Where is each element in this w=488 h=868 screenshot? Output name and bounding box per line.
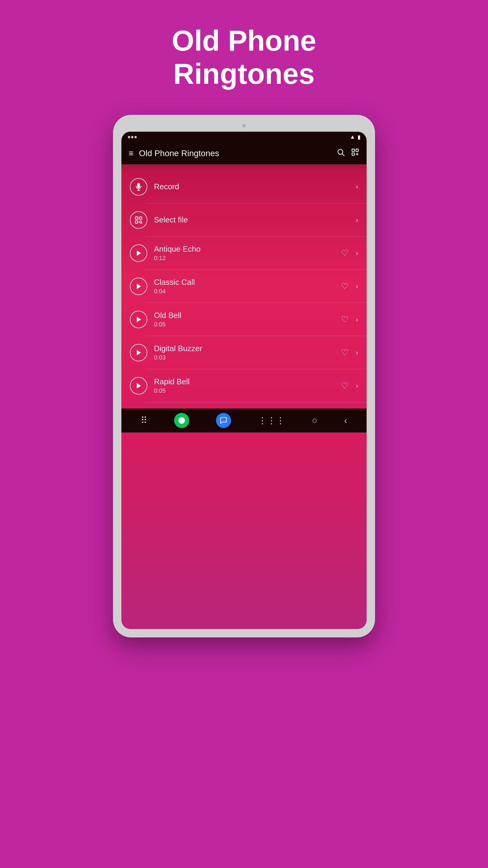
status-time: ●●● [127, 134, 137, 140]
list-item-record[interactable]: Record › [121, 170, 367, 204]
nav-home-button[interactable] [174, 413, 189, 428]
app-bar: ≡ Old Phone Ringtones [121, 143, 367, 164]
svg-rect-4 [352, 153, 355, 156]
classic-call-actions: ♡ › [341, 281, 358, 291]
rapid-bell-actions: ♡ › [341, 381, 358, 391]
svg-marker-11 [137, 250, 141, 256]
svg-rect-9 [135, 221, 138, 223]
old-bell-duration: 0:05 [154, 321, 341, 328]
antique-echo-icon-circle [130, 244, 147, 262]
classic-call-text: Classic Call 0:04 [154, 278, 341, 295]
antique-echo-actions: ♡ › [341, 248, 358, 258]
digital-buzzer-duration: 0:03 [154, 354, 341, 361]
old-bell-title: Old Bell [154, 311, 341, 320]
list-item-antique-echo[interactable]: Antique Echo 0:12 ♡ › [121, 237, 367, 270]
old-bell-text: Old Bell 0:05 [154, 311, 341, 328]
device-camera [242, 124, 246, 127]
classic-call-duration: 0:04 [154, 288, 341, 295]
digital-buzzer-heart[interactable]: ♡ [341, 347, 349, 358]
svg-rect-2 [352, 149, 355, 152]
classic-call-title: Classic Call [154, 278, 341, 287]
list-item-rapid-bell[interactable]: Rapid Bell 0:05 ♡ › [121, 369, 367, 402]
svg-rect-7 [135, 217, 138, 219]
share-icon[interactable] [351, 148, 359, 158]
select-file-icon-circle [130, 211, 147, 229]
record-icon-circle [130, 178, 147, 195]
device-screen: ●●● ▲ ▮ ≡ Old Phone Ringtones [121, 132, 367, 629]
svg-line-1 [342, 154, 344, 156]
old-bell-chevron[interactable]: › [356, 315, 358, 324]
antique-echo-chevron[interactable]: › [356, 249, 358, 257]
digital-buzzer-chevron[interactable]: › [356, 348, 358, 357]
nav-message-button[interactable] [216, 413, 231, 428]
select-file-chevron[interactable]: › [356, 216, 358, 224]
select-file-text: Select file [154, 215, 356, 224]
record-actions: › [356, 183, 358, 191]
digital-buzzer-title: Digital Buzzer [154, 344, 341, 353]
battery-icon: ▮ [358, 134, 361, 141]
digital-buzzer-text: Digital Buzzer 0:03 [154, 344, 341, 361]
svg-line-10 [141, 223, 142, 224]
classic-call-heart[interactable]: ♡ [341, 281, 349, 291]
svg-marker-12 [137, 284, 141, 289]
record-title: Record [154, 182, 356, 191]
wifi-icon: ▲ [350, 134, 355, 140]
antique-echo-duration: 0:12 [154, 255, 341, 261]
old-bell-icon-circle [130, 311, 147, 328]
select-file-actions: › [356, 216, 358, 224]
list-item-select-file[interactable]: Select file › [121, 204, 367, 237]
status-bar: ●●● ▲ ▮ [121, 132, 367, 143]
record-chevron[interactable]: › [356, 183, 358, 191]
nav-back-icon[interactable]: ‹ [344, 415, 347, 426]
bottom-nav: ⠿ ⋮⋮⋮ ○ ‹ [121, 408, 367, 433]
rapid-bell-icon-circle [130, 377, 147, 395]
rapid-bell-duration: 0:05 [154, 387, 341, 394]
menu-icon[interactable]: ≡ [129, 149, 133, 158]
record-text: Record [154, 182, 356, 191]
svg-marker-13 [137, 317, 141, 322]
list-item-old-bell[interactable]: Old Bell 0:05 ♡ › [121, 303, 367, 336]
classic-call-icon-circle [130, 278, 147, 295]
page-title: Old Phone Ringtones [138, 24, 350, 91]
antique-echo-heart[interactable]: ♡ [341, 248, 349, 258]
ringtone-list: Record › Select f [121, 164, 367, 408]
list-item-classic-call[interactable]: Classic Call 0:04 ♡ › [121, 270, 367, 303]
antique-echo-text: Antique Echo 0:12 [154, 244, 341, 261]
old-bell-actions: ♡ › [341, 314, 358, 324]
rapid-bell-heart[interactable]: ♡ [341, 381, 349, 391]
select-file-title: Select file [154, 215, 356, 224]
rapid-bell-text: Rapid Bell 0:05 [154, 377, 341, 394]
device-frame: ●●● ▲ ▮ ≡ Old Phone Ringtones [113, 115, 375, 638]
antique-echo-title: Antique Echo [154, 244, 341, 254]
svg-point-16 [178, 417, 185, 424]
nav-menu-icon[interactable]: ⋮⋮⋮ [258, 415, 285, 426]
svg-rect-3 [356, 149, 358, 152]
digital-buzzer-icon-circle [130, 344, 147, 361]
search-icon[interactable] [336, 148, 345, 158]
svg-marker-14 [137, 350, 141, 355]
digital-buzzer-actions: ♡ › [341, 347, 358, 358]
svg-marker-15 [137, 383, 141, 389]
rapid-bell-chevron[interactable]: › [356, 381, 358, 390]
classic-call-chevron[interactable]: › [356, 282, 358, 290]
app-bar-left: ≡ Old Phone Ringtones [129, 149, 219, 158]
app-bar-title: Old Phone Ringtones [139, 149, 219, 158]
old-bell-heart[interactable]: ♡ [341, 314, 349, 324]
app-bar-right [336, 148, 359, 158]
nav-grid-icon[interactable]: ⠿ [141, 415, 147, 426]
rapid-bell-title: Rapid Bell [154, 377, 341, 386]
svg-rect-8 [139, 217, 141, 219]
status-icons: ▲ ▮ [350, 134, 361, 141]
nav-circle-icon[interactable]: ○ [312, 415, 317, 426]
list-item-digital-buzzer[interactable]: Digital Buzzer 0:03 ♡ › [121, 336, 367, 369]
